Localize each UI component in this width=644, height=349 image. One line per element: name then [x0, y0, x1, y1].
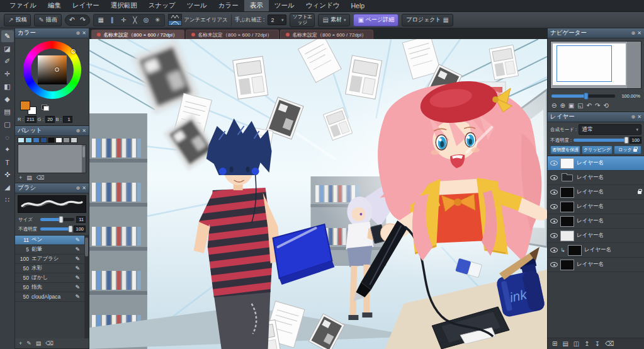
b-value[interactable]: 1	[63, 116, 72, 123]
hue-cursor[interactable]	[71, 49, 76, 54]
brush-opacity-value[interactable]: 100	[74, 226, 86, 232]
palette-swatch[interactable]	[33, 137, 40, 143]
gradient-tool[interactable]: ▤	[1, 106, 14, 118]
add-folder-icon[interactable]: ▤	[562, 340, 568, 347]
panel-close-icon[interactable]: ✕	[82, 185, 86, 191]
zoom-out-icon[interactable]: ⊖	[551, 102, 556, 109]
palette-swatch[interactable]	[48, 137, 55, 143]
drawing-canvas[interactable]: ink	[89, 39, 547, 349]
add-layer-icon[interactable]: ⊞	[552, 340, 557, 347]
menu-color[interactable]: カラー	[213, 0, 244, 11]
snap-vanishing-icon[interactable]: ╳	[130, 15, 140, 25]
pen-tool[interactable]: ✐	[1, 55, 14, 67]
palette-swatch[interactable]	[55, 137, 62, 143]
visibility-eye-icon[interactable]	[550, 248, 558, 253]
visibility-eye-icon[interactable]	[550, 204, 558, 209]
visibility-eye-icon[interactable]	[550, 233, 558, 238]
brush-size-slider[interactable]	[40, 218, 74, 221]
saturation-value-square[interactable]	[38, 55, 67, 84]
visibility-eye-icon[interactable]	[550, 161, 558, 166]
layer-row[interactable]: レイヤー名	[548, 258, 644, 272]
menu-snap[interactable]: スナップ	[143, 0, 181, 11]
brush-opacity-slider[interactable]	[40, 227, 72, 231]
brush-item-blur[interactable]: 50ぼかし✎	[15, 273, 89, 283]
color-wheel[interactable]	[23, 41, 81, 99]
material-button[interactable]: ▤ 素材 ▾	[318, 14, 350, 26]
layer-row[interactable]: レイヤー名	[548, 200, 644, 214]
menu-tool-2[interactable]: ツール	[269, 0, 300, 11]
delete-brush-icon[interactable]: ⌫	[45, 340, 54, 346]
brush-item-airbrush[interactable]: 100エアブラシ✎	[15, 255, 89, 264]
protect-alpha-button[interactable]: 透明度を保護	[550, 146, 580, 154]
delete-color-icon[interactable]: ⌫	[37, 174, 45, 181]
clipping-button[interactable]: クリッピング	[582, 146, 613, 154]
zoom-in-icon[interactable]: ⊕	[560, 102, 565, 109]
brush-item-pen[interactable]: 11ペン✎	[15, 236, 89, 245]
add-color-icon[interactable]: +	[19, 174, 22, 181]
panel-menu-icon[interactable]: ⊕	[76, 185, 81, 191]
snap-cross-icon[interactable]: ✛	[118, 15, 128, 25]
move-tool[interactable]: ✛	[1, 68, 14, 80]
document-tab-1[interactable]: 名称未設定（800 × 600 / 72dpi）	[91, 30, 184, 39]
palette-swatch[interactable]	[25, 137, 32, 143]
menu-layer[interactable]: レイヤー	[67, 0, 105, 11]
panel-close-icon[interactable]: ✕	[637, 114, 641, 120]
layer-row-folder[interactable]: レイヤー名	[548, 171, 644, 185]
delete-layer-icon[interactable]: ⌫	[605, 340, 614, 347]
add-brush-icon[interactable]: +	[19, 340, 22, 346]
palette-scrollbar[interactable]	[82, 145, 86, 173]
menu-tool[interactable]: ツール	[181, 0, 213, 11]
default-colors-icon[interactable]	[42, 105, 49, 111]
brush-item-smudge[interactable]: 50指先✎	[15, 283, 89, 292]
post-button[interactable]: ↗ 投稿	[4, 14, 31, 26]
layer-row[interactable]: レイヤー名	[548, 156, 644, 171]
pan-tool[interactable]: ✜	[1, 169, 14, 181]
navigator-zoom-slider[interactable]	[551, 94, 615, 98]
text-tool[interactable]: T	[1, 156, 14, 168]
sv-cursor[interactable]	[55, 67, 59, 72]
visibility-eye-icon[interactable]	[550, 262, 558, 267]
palette-swatch[interactable]	[63, 137, 70, 143]
soft-edge-button[interactable]: ソフトエッジ	[290, 13, 315, 27]
g-value[interactable]: 20	[45, 116, 55, 123]
brush-folder-icon[interactable]: ▤	[36, 340, 42, 346]
panel-close-icon[interactable]: ✕	[82, 128, 86, 134]
r-value[interactable]: 211	[25, 116, 37, 123]
brush-size-value[interactable]: 11	[76, 216, 86, 223]
eyedropper-tool[interactable]: ◢	[1, 181, 14, 193]
panel-menu-icon[interactable]: ⊕	[76, 30, 81, 36]
edit-brush-icon[interactable]: ✎	[26, 340, 31, 346]
visibility-eye-icon[interactable]	[550, 175, 558, 180]
brush-edit-icon[interactable]: ✎	[75, 284, 80, 290]
snap-circle-icon[interactable]: ◎	[141, 15, 151, 25]
undo-icon[interactable]: ↶	[69, 16, 75, 23]
reset-view-icon[interactable]: ⟲	[603, 102, 608, 109]
stabilizer-select[interactable]: 2 ▾	[268, 14, 286, 25]
move-layer-down-icon[interactable]: ↧	[595, 340, 600, 347]
panel-menu-icon[interactable]: ⊕	[631, 114, 636, 120]
magic-wand-tool[interactable]: ✦	[1, 144, 14, 156]
document-tab-3[interactable]: 名称未設定（800 × 600 / 72dpi）	[280, 30, 373, 39]
palette-swatch[interactable]	[18, 137, 25, 143]
brush-edit-icon[interactable]: ✎	[75, 237, 80, 243]
menu-help[interactable]: Help	[345, 0, 370, 11]
menu-view[interactable]: 表示	[244, 0, 269, 11]
antialias-off-button[interactable]	[168, 14, 182, 20]
brush-item-watercolor[interactable]: 50水彩✎	[15, 264, 89, 273]
visibility-eye-icon[interactable]	[550, 219, 558, 224]
layer-row-clipped[interactable]: ↳ レイヤー名	[548, 243, 644, 258]
palette-menu-icon[interactable]: ▤	[26, 174, 32, 181]
brush-scrollbar[interactable]	[84, 236, 89, 338]
palette-swatch[interactable]	[40, 137, 47, 143]
panel-close-icon[interactable]: ✕	[82, 30, 86, 36]
layer-row[interactable]: レイヤー名	[548, 214, 644, 229]
menu-edit[interactable]: 編集	[42, 0, 67, 11]
brush-item-cloudalpaca[interactable]: 50cloudAlpaca✎	[15, 292, 89, 302]
select-tool[interactable]: ▢	[1, 118, 14, 130]
lock-button[interactable]: ロック	[614, 146, 641, 154]
zoom-actual-icon[interactable]: ◱	[577, 102, 583, 109]
draw-button[interactable]: ✎ 描画	[34, 14, 61, 26]
palette-swatch[interactable]	[71, 137, 77, 143]
fill-tool[interactable]: ◧	[1, 81, 14, 93]
antialias-on-button[interactable]	[168, 20, 182, 26]
